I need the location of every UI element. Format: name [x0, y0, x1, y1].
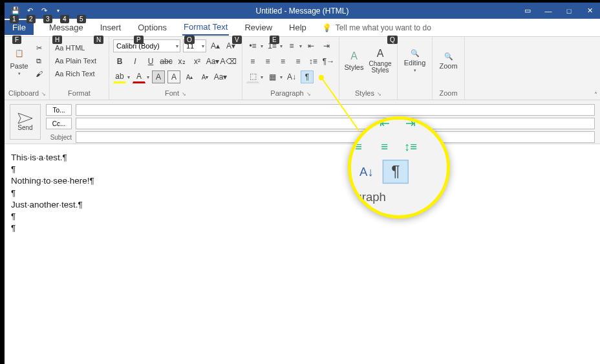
minimize-icon[interactable]: —	[538, 3, 559, 19]
paragraph-launcher[interactable]: ↘	[306, 91, 311, 97]
mag-sort-icon: A↓	[356, 162, 376, 182]
copy-button[interactable]: ⧉	[32, 55, 45, 67]
group-format: Aa HTML Aa Plain Text Aa Rich Text Forma…	[50, 37, 109, 100]
ribbon-tabs: File Message Insert Options Format Text …	[5, 19, 600, 37]
tell-me[interactable]: 💡 Tell me what you want to do	[322, 23, 431, 32]
bold-button[interactable]: B	[113, 55, 126, 68]
zoom-btn-label: Zoom	[439, 62, 457, 70]
editing-label: Editing	[404, 59, 426, 67]
styles-launcher[interactable]: ↘	[377, 91, 381, 97]
grow-font-button[interactable]: A▴	[209, 39, 222, 52]
tab-review[interactable]: Review	[243, 20, 273, 35]
maximize-icon[interactable]: □	[559, 3, 579, 19]
shading-button[interactable]: ⬚	[246, 70, 259, 83]
keytip: H	[52, 36, 62, 44]
rich-text-button[interactable]: Aa Rich Text	[54, 68, 98, 80]
line-spacing-button[interactable]: ↕≡	[307, 55, 319, 68]
cut-button[interactable]: ✂	[32, 42, 45, 54]
tab-format-text[interactable]: Format Text	[182, 19, 229, 36]
tab-options[interactable]: Options	[136, 20, 168, 35]
increase-indent-button[interactable]: ⇥	[320, 39, 333, 52]
group-editing: 🔍 Editing ▾	[398, 37, 433, 100]
group-clipboard: 📋 Paste ▾ ✂ ⧉ 🖌 Clipboard↘	[5, 37, 50, 100]
styles-icon: A	[350, 50, 358, 62]
shading-dd[interactable]: ▾	[261, 74, 263, 80]
close-icon[interactable]: ✕	[579, 3, 600, 19]
to-input[interactable]	[76, 104, 595, 116]
to-button[interactable]: To...	[46, 104, 72, 116]
keytip: 4	[60, 15, 69, 23]
font-name-combo[interactable]: Calibri (Body)	[113, 39, 180, 52]
cut-icon: ✂	[34, 44, 44, 52]
grow-font2-button[interactable]: A▴	[183, 70, 196, 83]
body-line: Just·another·test.¶	[11, 199, 594, 211]
mag-spacing-icon: ↕≡	[401, 136, 421, 156]
font-color-dd[interactable]: ▾	[147, 74, 149, 80]
shrink-font2-button[interactable]: A▾	[198, 70, 211, 83]
send-button[interactable]: Send	[10, 104, 41, 140]
align-left-button[interactable]: ≡	[246, 55, 259, 68]
keytip: N	[94, 36, 103, 44]
bullets-button[interactable]: •≡	[246, 39, 259, 52]
char-border-button[interactable]: A	[167, 70, 180, 83]
subject-input[interactable]	[76, 131, 595, 143]
zoom-button[interactable]: 🔍 Zoom	[436, 39, 460, 82]
font-color-button[interactable]: A	[133, 70, 145, 83]
subject-label: Subject	[46, 134, 72, 141]
font-launcher[interactable]: ↘	[182, 91, 186, 97]
char-shading-button[interactable]: A	[152, 70, 165, 83]
italic-button[interactable]: I	[129, 55, 142, 68]
keytip: Q	[387, 36, 398, 44]
change-case-button[interactable]: Aa▾	[206, 55, 219, 68]
tab-insert[interactable]: Insert	[99, 20, 123, 35]
mag-pilcrow-button: ¶	[383, 160, 409, 184]
styles-label: Styles	[345, 63, 364, 71]
bullets-dd[interactable]: ▾	[261, 43, 263, 49]
multilevel-button[interactable]: ≡	[285, 39, 298, 52]
collapse-ribbon-icon[interactable]: ˄	[594, 91, 597, 98]
cc-button[interactable]: Cc...	[46, 118, 72, 129]
group-font: Calibri (Body) 11 A▴ A▾ B I U abc x₂ x² …	[109, 37, 242, 100]
paste-button[interactable]: 📋 Paste ▾	[8, 39, 30, 82]
numbering-dd[interactable]: ▾	[280, 43, 283, 49]
group-paragraph: •≡▾ 1≡▾ ≡▾ ⇤ ⇥ ≡ ≡ ≡ ≡ ↕≡ ¶→ ⬚▾ ▦▾	[242, 37, 339, 100]
decrease-indent-button[interactable]: ⇤	[305, 39, 317, 52]
send-icon	[17, 112, 33, 124]
highlight-dd[interactable]: ▾	[127, 74, 130, 80]
text-effects-button[interactable]: Aa▾	[214, 70, 227, 83]
group-zoom: 🔍 Zoom Zoom	[433, 37, 465, 100]
align-right-button[interactable]: ≡	[277, 55, 289, 68]
strikethrough-button[interactable]: abc	[160, 55, 173, 68]
change-styles-button[interactable]: A Change Styles	[367, 39, 393, 82]
cc-input[interactable]	[76, 118, 595, 129]
show-hide-paragraph-button[interactable]: ¶	[301, 70, 314, 83]
window-title: Untitled - Message (HTML)	[255, 6, 348, 16]
superscript-button[interactable]: x²	[191, 55, 204, 68]
tab-help[interactable]: Help	[288, 20, 308, 35]
body-line: ¶	[11, 222, 594, 234]
magnifier-callout: ≡▾ ⇤ ⇥ ≡ ≡ ↕≡ ▾ A↓ ¶ agraph ↘	[348, 116, 450, 219]
body-line: ¶	[11, 211, 594, 222]
paste-label: Paste	[10, 62, 28, 70]
sort-button[interactable]: A↓	[285, 70, 298, 83]
ribbon-display-icon[interactable]: ▭	[517, 3, 538, 19]
message-body[interactable]: This·is·a·test.¶ ¶ Nothing·to·see·here!¶…	[5, 144, 600, 364]
align-center-button[interactable]: ≡	[261, 55, 273, 68]
clear-formatting-button[interactable]: A⌫	[222, 55, 235, 68]
plain-text-button[interactable]: Aa Plain Text	[54, 55, 98, 67]
borders-dd[interactable]: ▾	[280, 74, 283, 80]
ltr-button[interactable]: ¶→	[322, 55, 335, 68]
highlight-button[interactable]: ab	[113, 70, 126, 83]
editing-button[interactable]: 🔍 Editing ▾	[402, 39, 428, 82]
underline-button[interactable]: U	[144, 55, 157, 68]
body-line: This·is·a·test.¶	[11, 152, 594, 164]
clipboard-launcher[interactable]: ↘	[41, 91, 46, 97]
multilevel-dd[interactable]: ▾	[299, 43, 302, 49]
format-painter-button[interactable]: 🖌	[32, 68, 45, 80]
find-icon: 🔍	[411, 49, 420, 58]
borders-button[interactable]: ▦	[266, 70, 279, 83]
subscript-button[interactable]: x₂	[175, 55, 188, 68]
group-paragraph-label: Paragraph	[270, 89, 303, 97]
justify-button[interactable]: ≡	[292, 55, 304, 68]
styles-button[interactable]: A Styles	[343, 39, 365, 82]
